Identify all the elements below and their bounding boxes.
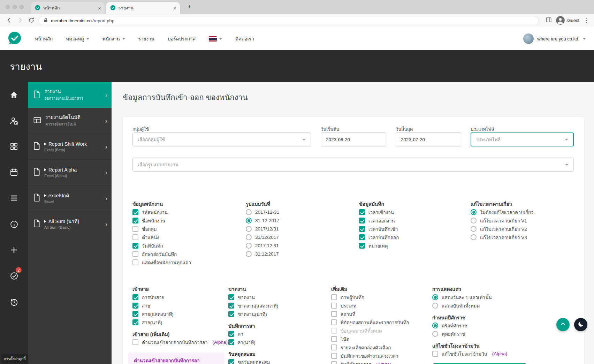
checkbox-option[interactable]: ตำแหน่ง xyxy=(132,234,241,240)
checkbox-option[interactable]: สาย(นาที) xyxy=(132,319,241,325)
checkbox[interactable] xyxy=(331,361,337,364)
checkbox-option[interactable]: ลา xyxy=(228,331,336,337)
checkbox[interactable] xyxy=(331,303,337,309)
checkbox[interactable] xyxy=(331,344,337,350)
timemint-logo[interactable] xyxy=(8,31,22,46)
checkbox-option[interactable]: ชื่อพนักงาน xyxy=(132,218,241,223)
checkbox[interactable] xyxy=(132,319,138,325)
checkbox-option[interactable]: ภาพผู้บันทึก xyxy=(331,294,439,300)
checkbox-option[interactable]: การนับสาย xyxy=(132,294,241,300)
checkbox-option[interactable]: เวลาเข้างาน xyxy=(359,209,467,215)
reload-icon[interactable] xyxy=(28,17,35,25)
checkbox-option[interactable]: เวลาบันทึกเข้า xyxy=(359,226,467,232)
radio[interactable] xyxy=(246,218,252,223)
checkbox-option[interactable]: บันทึกการขอทำงานล่วงเวลา xyxy=(331,353,439,359)
checkbox[interactable] xyxy=(132,251,138,257)
scroll-to-top-button[interactable] xyxy=(556,318,570,331)
checkbox[interactable] xyxy=(132,243,138,249)
window-close-button[interactable] xyxy=(6,5,10,9)
radio[interactable] xyxy=(432,303,438,309)
radio-option[interactable]: แสดงบันทึกทั้งหมด xyxy=(432,303,540,309)
checkbox[interactable] xyxy=(228,331,234,337)
checkbox-option[interactable]: วันที่ทำรายการ(Alpha) xyxy=(331,361,439,364)
checkbox[interactable] xyxy=(432,351,438,357)
checkbox-option[interactable]: ขาดงาน xyxy=(228,294,336,300)
forward-icon[interactable] xyxy=(17,17,24,25)
radio-option[interactable]: แสดงวันละ 1 แถวเท่านั้น xyxy=(432,294,540,300)
radio[interactable] xyxy=(246,226,252,232)
checkbox-option[interactable]: รายละเอียดกล่องตัวเลือก xyxy=(331,344,439,350)
menu-lines-icon[interactable] xyxy=(0,194,28,202)
cookie-settings-button[interactable]: การตั้งค่าคุกกี้ xyxy=(1,354,28,364)
checkbox[interactable] xyxy=(132,311,138,317)
checkbox-option[interactable]: พิกัดของสถานที่และรายการบันทึก xyxy=(331,319,439,325)
file-type-select[interactable]: ประเภทไฟล์ xyxy=(471,132,574,146)
radio-option[interactable]: 2017-12-31 xyxy=(246,209,354,215)
checkbox-option[interactable]: ขาดงาน(แสดงนาที) xyxy=(228,303,336,309)
tab-close-icon[interactable]: × xyxy=(173,6,176,11)
checkbox-option[interactable]: เวลาบันทึกออก xyxy=(359,234,467,240)
menu-item-report[interactable]: รายงานออกรายงานเป็นเอกสาร › xyxy=(28,82,112,108)
checkbox-option[interactable]: สถานที่ xyxy=(331,311,439,317)
nav-item-contact[interactable]: ติดต่อเรา xyxy=(235,35,254,43)
nav-item-employees[interactable]: พนักงาน xyxy=(102,35,125,43)
checkbox[interactable] xyxy=(359,209,365,215)
checkbox[interactable] xyxy=(228,311,234,317)
checkbox-option[interactable]: ขอวันหยุดสะสม xyxy=(228,359,336,364)
radio[interactable] xyxy=(471,218,477,223)
checkbox-option[interactable]: เวลาออกงาน xyxy=(359,218,467,223)
checkbox-option[interactable]: วันที่บันทึก xyxy=(132,243,241,249)
radio[interactable] xyxy=(246,251,252,257)
user-group-select[interactable]: เลือกกลุ่มผู้ใช้ xyxy=(132,132,311,146)
checkbox[interactable] xyxy=(359,226,365,232)
radio[interactable] xyxy=(246,209,252,215)
history-icon[interactable] xyxy=(0,298,28,306)
nav-item-home[interactable]: หน้าหลัก xyxy=(35,35,53,43)
calendar-icon[interactable] xyxy=(0,168,28,176)
checkbox[interactable] xyxy=(331,353,337,359)
checkbox-option[interactable]: ประเภท xyxy=(331,303,439,309)
radio[interactable] xyxy=(471,226,477,232)
menu-item-all-sum[interactable]: All Sum (นาที)All Sum (Basic) › xyxy=(28,211,112,237)
checkbox-option[interactable]: อักษรย่อวันบันทึก xyxy=(132,251,241,257)
new-tab-button[interactable]: + xyxy=(188,3,191,11)
checkbox[interactable] xyxy=(331,294,337,300)
nav-item-categories[interactable]: หมวดหมู่ xyxy=(66,35,89,43)
radio[interactable] xyxy=(246,234,252,240)
checkbox[interactable] xyxy=(132,226,138,232)
window-minimize-button[interactable] xyxy=(13,5,17,9)
radio-option[interactable]: แก้ไขเวลาคาบเกี่ยว V3 xyxy=(471,234,579,240)
nav-item-board[interactable]: บอร์ดประกาศ xyxy=(168,35,196,43)
checkbox[interactable] xyxy=(132,303,138,309)
browser-profile-button[interactable]: Guest xyxy=(556,16,579,25)
checkbox-option[interactable]: สาย xyxy=(132,303,241,309)
checkbox[interactable] xyxy=(132,234,138,240)
checkbox-option[interactable]: รหัสพนักงาน xyxy=(132,209,241,215)
radio-option[interactable]: ไม่ต้องแก้ไขเวลาคาบเกี่ยว xyxy=(471,209,579,215)
radio[interactable] xyxy=(432,323,438,328)
checkbox-option[interactable]: ขาดงาน(นาที) xyxy=(228,311,336,317)
account-menu[interactable]: where are you co.ltd. xyxy=(523,33,586,44)
radio-option[interactable]: แก้ไขเวลาคาบเกี่ยว V2 xyxy=(471,226,579,232)
checkbox[interactable] xyxy=(228,294,234,300)
radio-option[interactable]: พุทธศักราช xyxy=(432,331,540,337)
checkbox-option[interactable]: แก้ไขชั่วโมงลาข้ามวัน(Alpha) xyxy=(432,351,540,357)
dashboard-grid-icon[interactable] xyxy=(0,142,28,151)
nav-item-report[interactable]: รายงาน xyxy=(138,35,154,43)
radio-option[interactable]: 31-12-2017 xyxy=(246,218,354,223)
radio-option[interactable]: 31:12:2017 xyxy=(246,251,354,257)
radio-option[interactable]: คริสต์ศักราช xyxy=(432,323,540,328)
checkbox[interactable] xyxy=(331,319,337,325)
radio[interactable] xyxy=(471,209,477,215)
back-icon[interactable] xyxy=(6,17,13,25)
radio[interactable] xyxy=(471,234,477,240)
nav-item-language[interactable] xyxy=(209,36,222,41)
radio[interactable] xyxy=(432,294,438,300)
checkbox-option[interactable]: แสดงชื่อพนักงานทุกแถว xyxy=(132,259,241,265)
menu-item-auto-report[interactable]: รายงานอัตโนมัติตารางจัดการอีเมล์ › xyxy=(28,108,112,134)
approve-check-icon[interactable] xyxy=(0,272,28,280)
checkbox[interactable] xyxy=(331,336,337,342)
checkbox[interactable] xyxy=(331,311,337,317)
checkbox-option[interactable]: คำนวณเข้าสายจากบันทึกการลา(Alpha) xyxy=(132,339,241,345)
checkbox-option[interactable]: สาย(แสดงนาที) xyxy=(132,311,241,317)
